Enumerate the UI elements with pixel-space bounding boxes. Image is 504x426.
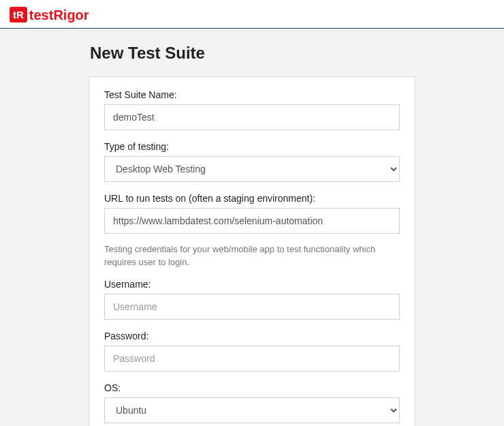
credentials-hint: Testing credentials for your web/mobile … <box>104 243 400 269</box>
os-select[interactable]: Ubuntu <box>104 397 400 423</box>
brand-logo[interactable]: tR testRigor <box>10 7 494 22</box>
brand-name: testRigor <box>29 8 89 22</box>
password-input[interactable] <box>104 346 400 371</box>
test-suite-name-label: Test Suite Name: <box>104 89 400 100</box>
url-input[interactable] <box>104 208 400 234</box>
type-of-testing-select[interactable]: Desktop Web Testing <box>104 156 400 182</box>
brand-badge-icon: tR <box>10 7 27 22</box>
password-label: Password: <box>104 331 400 341</box>
os-label: OS: <box>104 382 400 393</box>
username-input[interactable] <box>104 294 400 320</box>
page-title: New Test Suite <box>90 44 415 63</box>
page-content: New Test Suite Test Suite Name: Type of … <box>0 29 504 426</box>
username-label: Username: <box>104 279 400 290</box>
test-suite-name-input[interactable] <box>104 104 400 130</box>
site-header: tR testRigor <box>0 0 504 28</box>
url-label: URL to run tests on (often a staging env… <box>104 193 400 204</box>
new-test-suite-form: Test Suite Name: Type of testing: Deskto… <box>89 76 415 426</box>
type-of-testing-label: Type of testing: <box>104 141 400 152</box>
